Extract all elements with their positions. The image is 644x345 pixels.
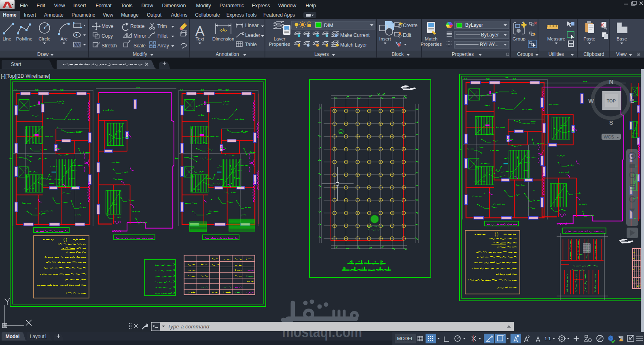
svg-text:ByLayer: ByLayer: [481, 32, 499, 38]
svg-text:Modify: Modify: [133, 51, 147, 57]
svg-text:Table: Table: [245, 42, 257, 47]
svg-text:S: S: [609, 119, 613, 126]
svg-text:N: N: [609, 78, 614, 85]
svg-text:Create: Create: [403, 23, 417, 28]
svg-text:Leader: Leader: [245, 32, 260, 38]
svg-text:View: View: [103, 12, 113, 18]
svg-text:WCS: WCS: [604, 134, 614, 139]
svg-text:Text: Text: [195, 36, 204, 41]
svg-text:1:1: 1:1: [544, 336, 551, 341]
svg-text:E: E: [630, 97, 634, 104]
svg-text:View: View: [616, 51, 627, 57]
svg-text:( ): ( ): [64, 237, 67, 242]
svg-text:Tools: Tools: [121, 3, 132, 9]
svg-text:Make Current: Make Current: [340, 32, 370, 38]
svg-text:Base: Base: [616, 36, 627, 41]
svg-text:Arc: Arc: [60, 36, 68, 41]
svg-text:Annotate: Annotate: [44, 12, 64, 18]
svg-text:Edit: Edit: [36, 3, 45, 9]
svg-text:Format: Format: [95, 3, 112, 9]
svg-text:Mirror: Mirror: [133, 33, 146, 39]
svg-text:Rotate: Rotate: [130, 23, 145, 29]
svg-text:[-][Top][2D Wireframe]: [-][Top][2D Wireframe]: [1, 73, 50, 79]
svg-text:Express: Express: [252, 3, 270, 9]
svg-text:Insert: Insert: [73, 3, 86, 9]
svg-text:Layers: Layers: [314, 51, 329, 57]
svg-text:Paste: Paste: [583, 36, 595, 41]
svg-text:Copy: Copy: [102, 33, 113, 39]
svg-text:Help: Help: [305, 3, 316, 9]
svg-text:TOP: TOP: [607, 98, 616, 103]
svg-text:MODEL: MODEL: [397, 336, 414, 341]
svg-text:Linear: Linear: [245, 23, 258, 28]
svg-text:Clipboard: Clipboard: [583, 51, 604, 57]
svg-text:Add-ins: Add-ins: [171, 12, 188, 18]
svg-text:Type a command: Type a command: [167, 324, 210, 330]
svg-text:Collaborate: Collaborate: [195, 12, 220, 18]
svg-text:Circle: Circle: [38, 36, 50, 41]
svg-text:( ): ( ): [495, 232, 498, 236]
svg-text:Manage: Manage: [121, 12, 139, 18]
svg-text:Home: Home: [3, 12, 17, 18]
svg-text:Insert: Insert: [379, 36, 392, 41]
svg-text:Group: Group: [513, 36, 525, 41]
svg-text:Trim: Trim: [157, 23, 167, 29]
svg-text:Move: Move: [102, 23, 114, 29]
svg-text:Start: Start: [11, 62, 21, 67]
svg-text:Draw: Draw: [141, 3, 153, 9]
svg-text:View: View: [54, 3, 66, 9]
svg-text:Window: Window: [278, 3, 297, 9]
svg-text:Express Tools: Express Tools: [227, 12, 256, 18]
svg-text:DIM: DIM: [324, 23, 333, 28]
svg-text:Line: Line: [2, 36, 11, 41]
svg-text:Output: Output: [147, 12, 162, 18]
svg-text:Match: Match: [425, 36, 437, 41]
svg-text:Layer: Layer: [274, 36, 286, 41]
svg-text:Insert: Insert: [24, 12, 36, 18]
svg-text:BYLAY...: BYLAY...: [480, 42, 498, 47]
svg-text:Modify: Modify: [196, 3, 212, 9]
svg-text:Model: Model: [6, 334, 20, 339]
svg-text:Parametric: Parametric: [72, 12, 95, 18]
svg-text:Groups: Groups: [517, 51, 533, 57]
svg-text:Dimension: Dimension: [212, 36, 234, 41]
svg-text:Fillet: Fillet: [157, 33, 168, 39]
svg-text:Properties: Properties: [452, 51, 474, 57]
svg-text:Dimension: Dimension: [162, 3, 186, 9]
svg-text:File: File: [20, 3, 28, 9]
svg-text:Properties: Properties: [269, 42, 290, 47]
svg-text:ByLayer: ByLayer: [465, 22, 483, 28]
svg-text:Annotation: Annotation: [216, 51, 239, 57]
svg-text:Scale: Scale: [133, 43, 146, 49]
svg-text:Array: Array: [157, 43, 169, 49]
svg-text:Layout1: Layout1: [30, 334, 47, 339]
svg-text:Properties: Properties: [421, 42, 442, 47]
svg-text:Featured Apps: Featured Apps: [263, 12, 295, 18]
svg-text:Edit: Edit: [403, 32, 411, 38]
svg-text:Block: Block: [392, 51, 404, 57]
svg-text:Utilities: Utilities: [549, 51, 564, 57]
svg-text:Stretch: Stretch: [102, 43, 117, 49]
svg-text:Match Layer: Match Layer: [340, 42, 367, 48]
svg-text:Measure: Measure: [547, 36, 566, 41]
svg-text:W: W: [588, 97, 594, 104]
svg-text:Parametric: Parametric: [220, 3, 244, 9]
svg-text:Draw: Draw: [37, 51, 49, 57]
svg-text:Polyline: Polyline: [16, 36, 32, 41]
